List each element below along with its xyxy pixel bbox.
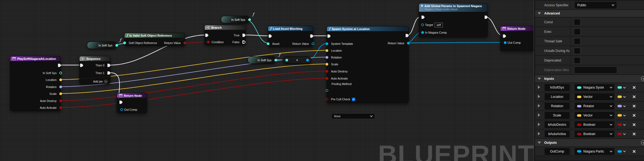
row-expander[interactable] xyxy=(538,131,540,136)
conv-in-pin[interactable] xyxy=(285,59,288,62)
add-pin-button[interactable]: + xyxy=(104,80,107,83)
row-expander[interactable] xyxy=(538,104,540,109)
out-comp-pin[interactable] xyxy=(120,108,123,111)
row-expander[interactable] xyxy=(538,85,540,90)
false-exec-pin[interactable] xyxy=(242,40,246,44)
type-color-pill xyxy=(577,96,581,98)
container-type-dropdown[interactable] xyxy=(617,133,625,135)
param-type-dropdown[interactable]: Niagara Syste xyxy=(574,84,615,91)
exec-in-pin[interactable] xyxy=(119,101,123,104)
in-soft-sys-pin[interactable] xyxy=(59,72,62,74)
param-type-dropdown[interactable]: Rotator xyxy=(574,102,615,110)
out-comp-pin[interactable] xyxy=(504,41,507,44)
exec-out-pin[interactable] xyxy=(58,64,61,67)
auto-destroy-pin[interactable] xyxy=(326,70,328,73)
exec-in-pin[interactable] xyxy=(503,34,506,38)
soft-sys-out-pin[interactable] xyxy=(115,44,118,47)
container-type-dropdown[interactable] xyxy=(617,124,625,126)
param-type-dropdown[interactable]: Boolean xyxy=(574,121,615,128)
section-advanced[interactable]: Advanced xyxy=(535,10,644,17)
thread-safe-checkbox[interactable] xyxy=(574,38,580,44)
node-spawn-system-at-location[interactable]: ƒ Spawn System at Location System Templa… xyxy=(327,26,409,103)
getter-in-soft-sys-3[interactable]: ƒ In Soft Sys xyxy=(248,56,276,64)
pre-cull-check-pin[interactable] xyxy=(326,98,328,101)
const-checkbox[interactable] xyxy=(574,19,580,25)
node-is-valid-soft-object-reference[interactable]: ƒ Is Valid Soft Object Reference Soft Ob… xyxy=(124,33,185,46)
conv-out-pin[interactable] xyxy=(306,59,309,62)
auto-activate-pin[interactable] xyxy=(326,77,328,80)
node-add-global-params[interactable]: ◆ Add Global Params to Spawned Niagara T… xyxy=(419,3,488,37)
container-type-dropdown[interactable] xyxy=(617,96,625,98)
location-pin[interactable] xyxy=(59,78,62,81)
node-sequence[interactable]: Sequence Then 0 Then 1 Add pin+ xyxy=(79,56,110,84)
return-value-pin[interactable] xyxy=(312,42,314,45)
location-pin[interactable] xyxy=(326,49,328,52)
deprecation-message-field[interactable] xyxy=(574,66,617,73)
node-return-top[interactable]: Return Node Out Comp xyxy=(500,26,534,51)
return-value-pin[interactable] xyxy=(183,42,186,44)
remove-param-button[interactable]: × xyxy=(631,131,637,137)
remove-param-button[interactable]: × xyxy=(631,122,637,127)
pooling-method-pin[interactable] xyxy=(326,89,328,92)
true-exec-pin[interactable] xyxy=(242,34,246,37)
node-return-bottom[interactable]: Return Node Out Comp xyxy=(117,93,147,113)
remove-param-button[interactable]: × xyxy=(631,94,637,99)
target-self-field[interactable]: self xyxy=(435,23,443,27)
node-function-entry[interactable]: PlaySoftNiagaraAtLocation In Soft Sys Lo… xyxy=(10,56,61,111)
add-input-button[interactable]: + xyxy=(641,77,644,81)
auto-activate-pin[interactable] xyxy=(59,106,62,109)
pre-cull-checkbox[interactable]: ✓ xyxy=(352,98,355,101)
section-inputs[interactable]: Inputs + xyxy=(535,75,644,83)
node-branch[interactable]: Branch True Condition False xyxy=(204,25,245,45)
exec-out-pin[interactable] xyxy=(485,16,488,19)
param-name-field[interactable]: Rotation xyxy=(544,102,570,110)
param-name-field[interactable]: InSoftSys xyxy=(544,84,570,91)
exec-out-pin[interactable] xyxy=(310,34,314,38)
in-niagara-comp-pin[interactable] xyxy=(421,31,424,34)
node-load-asset-blocking[interactable]: ƒ Load Asset Blocking Asset Return Value xyxy=(268,26,313,47)
param-type-dropdown[interactable]: Vector xyxy=(574,93,615,101)
rotation-pin[interactable] xyxy=(326,56,328,59)
scale-pin[interactable] xyxy=(59,92,62,95)
unsafe-during-checkbox[interactable] xyxy=(574,48,580,54)
rotation-pin[interactable] xyxy=(59,86,62,88)
row-expander[interactable] xyxy=(538,94,540,99)
soft-sys-out-pin[interactable] xyxy=(274,59,277,62)
param-type-dropdown[interactable]: Niagara Partic xyxy=(574,148,615,155)
add-output-button[interactable]: + xyxy=(641,140,644,145)
param-name-field[interactable]: OutComp xyxy=(544,148,570,155)
then0-exec-pin[interactable] xyxy=(107,64,111,67)
param-name-field[interactable]: Location xyxy=(544,93,570,101)
section-outputs[interactable]: Outputs + xyxy=(535,139,644,147)
param-name-field[interactable]: bAutoDestro xyxy=(544,121,570,128)
return-value-pin[interactable] xyxy=(407,42,410,45)
soft-sys-out-pin[interactable] xyxy=(248,18,251,21)
pooling-method-dropdown[interactable]: None xyxy=(332,113,375,119)
exec-checkbox[interactable] xyxy=(574,29,580,34)
remove-param-button[interactable]: × xyxy=(631,113,637,118)
remove-param-button[interactable]: × xyxy=(631,85,637,90)
scale-pin[interactable] xyxy=(326,63,328,66)
container-type-dropdown[interactable] xyxy=(617,105,625,107)
node-soft-reference-conversion[interactable] xyxy=(283,56,312,64)
blueprint-graph-canvas[interactable]: BLUEPRINT PlaySoftNia xyxy=(0,0,534,161)
container-type-dropdown[interactable] xyxy=(617,86,625,89)
param-type-dropdown[interactable]: Boolean xyxy=(574,130,615,138)
param-name-field[interactable]: bAutoActiva xyxy=(544,130,570,138)
getter-in-soft-sys-2[interactable]: ƒ In Soft Sys xyxy=(221,16,250,23)
container-type-dropdown[interactable] xyxy=(617,114,625,117)
exec-out-pin[interactable] xyxy=(406,34,409,37)
remove-param-button[interactable]: × xyxy=(631,103,637,109)
target-pin[interactable] xyxy=(421,24,424,26)
param-name-field[interactable]: Scale xyxy=(544,112,570,119)
param-type-dropdown[interactable]: Vector xyxy=(574,112,615,119)
access-specifier-dropdown[interactable]: Public xyxy=(574,1,617,9)
row-expander[interactable] xyxy=(538,122,540,127)
container-type-dropdown[interactable] xyxy=(617,150,625,153)
then1-exec-pin[interactable] xyxy=(107,71,111,75)
deprecated-checkbox[interactable] xyxy=(574,57,580,63)
getter-in-soft-sys-1[interactable]: ƒ In Soft Sys xyxy=(87,42,117,49)
auto-destroy-pin[interactable] xyxy=(59,99,62,102)
row-expander[interactable] xyxy=(538,113,540,118)
remove-param-button[interactable]: × xyxy=(631,149,637,154)
